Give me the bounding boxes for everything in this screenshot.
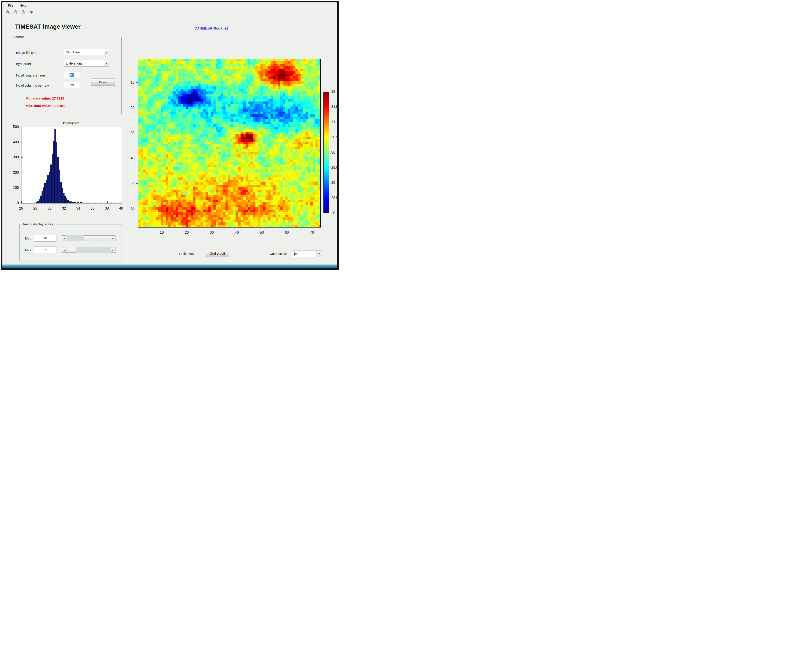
histogram-bar [43, 188, 44, 203]
histogram-y-tick-label: 100 [9, 186, 19, 190]
image-y-tick-label: 60 [124, 207, 134, 211]
dropdown-arrow-button[interactable] [104, 60, 109, 66]
histogram-bar [73, 202, 75, 203]
scale-min-value: 28 [44, 236, 47, 240]
colorbar-tick-label: 28 [331, 211, 335, 215]
app-window: File Help [1, 1, 339, 270]
image-y-tick-label: 40 [124, 156, 134, 160]
zoom-out-icon[interactable] [13, 9, 18, 15]
colorbar-tick-label: 30 [331, 151, 335, 154]
image-y-tick-label: 30 [124, 131, 134, 135]
histogram-bar [36, 202, 37, 203]
draw-button[interactable]: Draw [91, 78, 115, 86]
format-legend: Format [12, 35, 25, 39]
histogram-x-tick-label: 38 [102, 206, 111, 211]
histogram-y-tick-label: 300 [9, 155, 19, 159]
histogram-y-tick [21, 173, 23, 173]
cols-input[interactable]: 73 [64, 82, 80, 89]
image-y-tick [136, 209, 137, 209]
colorbar-tick-label: 30.5 [331, 135, 337, 139]
image-y-tick [136, 108, 137, 108]
rows-value: 67 [70, 73, 75, 77]
rows-label: No of rows in image [16, 73, 45, 77]
histogram-x-tick [50, 202, 50, 203]
data-cursor-icon[interactable] [29, 9, 34, 15]
format-groupbox: Format Image file type 32-bit real Byte … [10, 37, 122, 114]
image-x-tick [312, 228, 312, 229]
colorbar [324, 92, 329, 213]
color-scale-select[interactable]: jet [292, 250, 322, 257]
histogram-bar [86, 203, 88, 203]
histogram-y-tick [21, 188, 23, 188]
scale-max-input[interactable]: 32 [34, 247, 56, 254]
colorbar-tick-label: 29.5 [331, 166, 337, 170]
image-file-type-label: Image file type [16, 51, 37, 55]
image-x-tick-label: 10 [157, 231, 166, 235]
histogram-bar [40, 195, 41, 203]
histogram-title: Histogram [21, 121, 122, 124]
histogram-bar [80, 202, 82, 203]
scaling-legend: Image display scaling [22, 222, 56, 226]
histogram-bar [69, 201, 70, 203]
byte-order-select[interactable]: Little endian [64, 60, 109, 67]
cols-value: 73 [70, 83, 74, 87]
histogram-x-tick [79, 202, 79, 203]
dropdown-arrow-button[interactable] [104, 49, 109, 55]
scale-max-value: 32 [44, 248, 47, 252]
histogram-x-tick-label: 36 [88, 206, 97, 211]
min-data-value-text: Min. data value: 27.7625 [26, 96, 64, 101]
image-y-tick-label: 20 [124, 106, 134, 110]
histogram-bar [89, 203, 90, 203]
max-slider[interactable] [62, 247, 116, 253]
color-scale-label: Color scale: [270, 252, 287, 255]
grid-toggle-button[interactable]: Grid on/off [206, 250, 229, 257]
image-y-tick [136, 82, 137, 83]
pan-hand-icon[interactable] [21, 9, 26, 15]
image-canvas[interactable] [138, 59, 321, 227]
histogram-bar [75, 202, 76, 203]
image-x-tick-label: 60 [282, 231, 292, 235]
cols-label: No of columns per row [16, 84, 49, 87]
histogram-bar [110, 203, 112, 203]
slider-right-arrow-icon[interactable] [111, 247, 115, 253]
histogram-bar [59, 170, 60, 203]
menu-help[interactable]: Help [17, 3, 29, 8]
chevron-down-icon [318, 253, 320, 254]
histogram-y-tick-label: 0 [9, 201, 19, 205]
histogram-bar [50, 165, 52, 203]
menu-file[interactable]: File [6, 3, 16, 8]
figure-area: TIMESAT image viewer C:\TIMESAT\log7_s1 … [2, 16, 337, 268]
slider-right-arrow-icon[interactable] [111, 235, 115, 241]
image-x-tick-label: 20 [182, 231, 192, 235]
max-data-value-text: Max. data value: 39.8151 [26, 104, 65, 108]
colorbar-tick-label: 32 [331, 90, 335, 94]
histogram-bar [49, 172, 50, 203]
histogram-bar [101, 203, 102, 203]
file-path-label: C:\TIMESAT\log7_s1 [194, 26, 228, 31]
byte-order-value: Little endian [64, 60, 104, 66]
zoom-in-icon[interactable] [5, 9, 10, 15]
histogram-bar [83, 203, 85, 203]
slider-left-arrow-icon[interactable] [62, 247, 66, 253]
scale-max-label: Max. [25, 248, 32, 252]
image-x-tick-label: 40 [232, 231, 242, 235]
rows-input[interactable]: 67 [64, 72, 80, 78]
histogram-y-tick-label: 400 [9, 140, 19, 144]
histogram-x-tick-label: 30 [45, 206, 54, 211]
histogram-x-tick-label: 26 [17, 206, 25, 211]
histogram-plot [21, 127, 122, 203]
scaling-groupbox: Image display scaling Min. 28 Max. 32 [20, 224, 122, 261]
dropdown-arrow-button[interactable] [316, 250, 322, 257]
min-slider[interactable] [62, 235, 116, 241]
colorbar-tick-label: 29 [331, 181, 335, 185]
histogram-y-tick [21, 142, 23, 142]
histogram-bar [56, 142, 58, 203]
lock-axes-checkbox[interactable] [174, 252, 177, 255]
image-x-tick-label: 50 [257, 231, 267, 235]
min-slider-thumb[interactable] [84, 235, 111, 241]
slider-left-arrow-icon[interactable] [62, 235, 66, 241]
scale-min-input[interactable]: 28 [34, 235, 56, 241]
max-slider-thumb[interactable] [66, 247, 76, 253]
image-x-tick [262, 228, 262, 229]
image-file-type-select[interactable]: 32-bit real [64, 49, 109, 55]
